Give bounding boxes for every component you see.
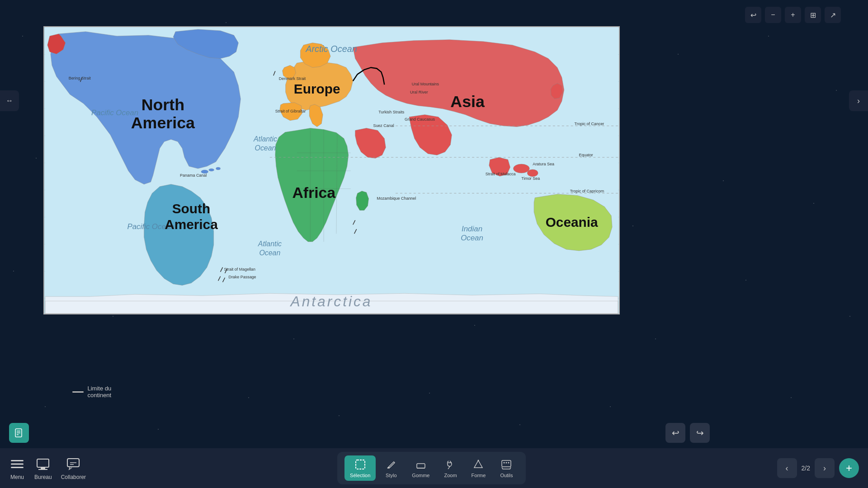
svg-text:Aratura Sea: Aratura Sea	[533, 162, 554, 166]
toolbar-selection[interactable]: Sélection	[344, 455, 376, 481]
tool-undo-button[interactable]: ↩	[745, 7, 761, 23]
svg-text:Tropic of Cancer: Tropic of Cancer	[575, 122, 604, 126]
toolbar-zoom[interactable]: Zoom	[439, 455, 462, 481]
svg-text:Panama Canal: Panama Canal	[180, 173, 207, 178]
legend-label: Limite du continent	[87, 385, 118, 399]
collaborer-icon	[65, 456, 81, 472]
svg-point-70	[478, 460, 479, 461]
toolbar-center: Sélection Stylo Gomme	[337, 452, 525, 484]
svg-text:Ocean: Ocean	[255, 144, 276, 152]
svg-text:Asia: Asia	[450, 93, 485, 111]
legend-line	[72, 391, 84, 393]
svg-rect-57	[11, 460, 24, 461]
selection-label: Sélection	[350, 473, 370, 478]
toolbar-menu[interactable]: Menu	[9, 456, 25, 480]
svg-text:Ocean: Ocean	[461, 234, 483, 242]
zoom-label: Zoom	[444, 473, 457, 478]
toolbar-forme[interactable]: Forme	[466, 455, 491, 481]
svg-text:Grand Caucasus: Grand Caucasus	[405, 117, 435, 122]
svg-text:Europe: Europe	[294, 81, 340, 96]
toolbar-outils[interactable]: Outils	[495, 455, 518, 481]
svg-rect-58	[11, 464, 24, 465]
right-panel[interactable]: ›	[849, 90, 868, 111]
svg-rect-59	[11, 467, 24, 468]
toolbar-left: Menu Bureau Collaborer	[9, 456, 86, 480]
bureau-icon	[35, 456, 51, 472]
page-indicator: 2/2	[802, 465, 810, 472]
menu-icon	[9, 456, 25, 472]
svg-text:Tropic of Capricorn: Tropic of Capricorn	[570, 189, 604, 193]
redo-button[interactable]: ↪	[690, 423, 710, 443]
svg-rect-66	[356, 460, 365, 469]
tool-zoom-out-button[interactable]: −	[765, 7, 781, 23]
svg-text:Atlantic: Atlantic	[253, 135, 277, 143]
svg-text:Strait of Gibraltar: Strait of Gibraltar	[275, 109, 306, 113]
stylo-label: Stylo	[386, 473, 396, 478]
svg-text:Strait of Magellan: Strait of Magellan	[224, 267, 256, 272]
gomme-label: Gomme	[412, 473, 429, 478]
map-container: Antarctica Pacific Ocean Pacific Ocean A…	[43, 26, 620, 314]
svg-rect-60	[37, 459, 49, 467]
tool-zoom-in-button[interactable]: +	[785, 7, 801, 23]
outils-icon	[500, 458, 513, 471]
next-page-button[interactable]: ›	[815, 458, 835, 478]
svg-text:South: South	[172, 201, 210, 216]
svg-text:America: America	[131, 114, 195, 132]
svg-text:Ural Mountains: Ural Mountains	[412, 82, 439, 86]
svg-point-5	[527, 169, 538, 177]
outils-label: Outils	[500, 473, 513, 478]
svg-text:North: North	[142, 96, 184, 114]
left-panel[interactable]: ↔	[0, 90, 19, 111]
collaborer-label: Collaborer	[61, 474, 86, 480]
svg-text:Ural River: Ural River	[410, 90, 428, 94]
svg-point-74	[508, 462, 509, 464]
bottom-toolbar: Menu Bureau Collaborer	[0, 448, 868, 488]
svg-text:America: America	[165, 217, 218, 232]
stylo-icon	[385, 458, 397, 471]
svg-rect-61	[41, 467, 45, 469]
toolbar-stylo[interactable]: Stylo	[379, 455, 403, 481]
svg-text:Timor Sea: Timor Sea	[521, 176, 540, 181]
svg-text:Indian: Indian	[462, 225, 482, 233]
document-button[interactable]	[9, 423, 29, 443]
svg-point-3	[216, 167, 221, 170]
prev-page-button[interactable]: ‹	[777, 458, 797, 478]
svg-text:Antarctica: Antarctica	[289, 293, 372, 310]
svg-text:Ocean: Ocean	[259, 249, 280, 257]
toolbar-right-nav: ‹ 2/2 › +	[777, 458, 859, 478]
left-panel-button[interactable]: ↔	[3, 94, 16, 108]
svg-text:Strait of Malacca: Strait of Malacca	[486, 172, 516, 176]
svg-point-73	[506, 462, 507, 464]
svg-text:Bering Strait: Bering Strait	[69, 76, 91, 80]
toolbar-collaborer[interactable]: Collaborer	[61, 456, 86, 480]
gomme-icon	[415, 458, 427, 471]
tool-grid-button[interactable]: ⊞	[805, 7, 821, 23]
svg-text:Suez Canal: Suez Canal	[373, 123, 394, 128]
svg-text:Arctic Ocean: Arctic Ocean	[305, 44, 357, 54]
svg-text:Africa: Africa	[292, 184, 335, 201]
zoom-icon	[444, 458, 457, 471]
svg-rect-68	[417, 464, 425, 468]
toolbar-gomme[interactable]: Gomme	[406, 455, 435, 481]
map-svg: Antarctica Pacific Ocean Pacific Ocean A…	[44, 27, 619, 314]
svg-rect-62	[38, 469, 47, 470]
add-slide-button[interactable]: +	[839, 458, 859, 478]
svg-point-72	[504, 462, 505, 464]
bureau-label: Bureau	[34, 474, 52, 480]
selection-icon	[354, 458, 367, 471]
forme-icon	[472, 458, 485, 471]
toolbar-bureau[interactable]: Bureau	[34, 456, 52, 480]
svg-text:Turkish Straits: Turkish Straits	[378, 110, 404, 114]
svg-text:Denmark Strait: Denmark Strait	[279, 76, 306, 81]
svg-text:Equator: Equator	[579, 153, 593, 157]
svg-text:Drake Passage: Drake Passage	[228, 275, 256, 279]
undo-button[interactable]: ↩	[665, 423, 685, 443]
menu-label: Menu	[10, 474, 24, 480]
right-panel-button[interactable]: ›	[852, 94, 865, 108]
tool-fullscreen-button[interactable]: ↗	[825, 7, 841, 23]
top-right-toolbar: ↩ − + ⊞ ↗	[745, 7, 841, 23]
svg-point-2	[209, 169, 214, 171]
undo-redo-area: ↩ ↪	[665, 423, 710, 443]
svg-rect-71	[502, 460, 511, 467]
svg-point-4	[513, 164, 529, 173]
